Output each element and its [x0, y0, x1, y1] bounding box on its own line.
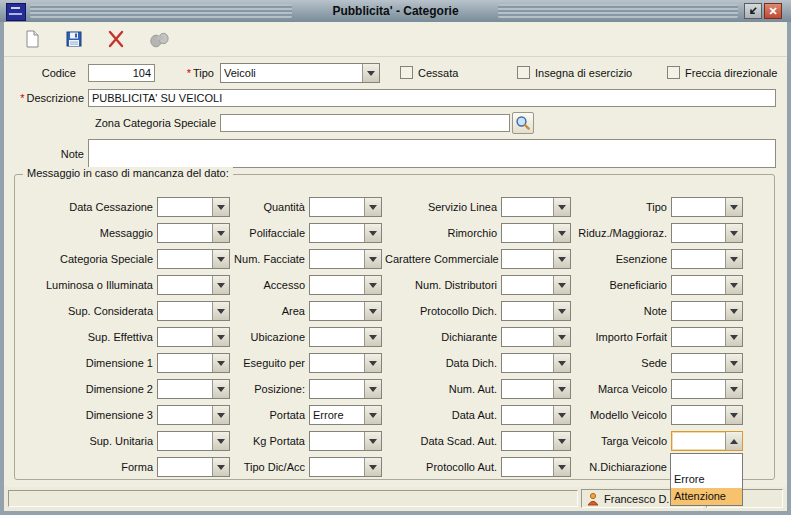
combo-protocollo-aut[interactable] — [501, 457, 571, 477]
save-button[interactable] — [61, 26, 87, 52]
combo-targa-veicolo[interactable] — [671, 431, 743, 451]
combo-value-sup-unitaria — [158, 432, 212, 450]
combo-arrow-button-tipo[interactable] — [725, 198, 742, 216]
field-label-modello-veicolo: Modello Veicolo — [567, 405, 667, 425]
combo-arrow-button-modello-veicolo[interactable] — [725, 406, 742, 424]
popup-option-attenzione[interactable]: Attenzione — [671, 488, 742, 505]
field-label-data-dich: Data Dich. — [385, 353, 497, 373]
combo-polifacciale[interactable] — [309, 223, 382, 243]
codice-field[interactable]: 104 — [88, 64, 155, 82]
combo-importo-forfait[interactable] — [671, 327, 743, 347]
zona-categoria-speciale-field[interactable] — [220, 114, 510, 132]
combo-arrow-button-accesso[interactable] — [364, 276, 381, 294]
combo-kg-portata[interactable] — [309, 431, 382, 451]
combo-tipo-arrow[interactable] — [362, 64, 379, 82]
combo-value-num-facciate — [310, 250, 364, 268]
combo-rimorchio[interactable] — [501, 223, 571, 243]
combo-value-forma — [158, 458, 212, 476]
field-label-n-dichiarazione: N.Dichiarazione — [567, 457, 667, 477]
magnifier-icon — [515, 115, 531, 131]
combo-data-scad-aut[interactable] — [501, 431, 571, 451]
combo-sede[interactable] — [671, 353, 743, 373]
grid-row: MessaggioPolifaccialeRimorchioRiduz./Mag… — [15, 223, 774, 249]
combo-num-distributori[interactable] — [501, 275, 571, 295]
combo-protocollo-dich[interactable] — [501, 301, 571, 321]
combo-arrow-button-eseguito-per[interactable] — [364, 354, 381, 372]
combo-arrow-button-esenzione[interactable] — [725, 250, 742, 268]
popup-option-blank[interactable] — [671, 454, 742, 471]
required-marker: * — [20, 92, 24, 104]
combo-riduz-maggioraz[interactable] — [671, 223, 743, 243]
combo-area[interactable] — [309, 301, 382, 321]
combo-modello-veicolo[interactable] — [671, 405, 743, 425]
combo-arrow-button-targa-veicolo[interactable] — [725, 432, 742, 450]
arrow-down-icon — [369, 231, 377, 236]
arrow-down-icon — [730, 335, 738, 340]
popup-option-errore[interactable]: Errore — [671, 471, 742, 488]
combo-quantit[interactable] — [309, 197, 382, 217]
combo-arrow-button-num-facciate[interactable] — [364, 250, 381, 268]
combo-eseguito-per[interactable] — [309, 353, 382, 373]
combo-arrow-button-sede[interactable] — [725, 354, 742, 372]
combo-servizio-linea[interactable] — [501, 197, 571, 217]
field-label-dimensione-2: Dimensione 2 — [19, 379, 153, 399]
combo-portata[interactable]: Errore — [309, 405, 382, 425]
arrow-down-icon — [558, 309, 566, 314]
field-label-portata: Portata — [215, 405, 305, 425]
field-label-area: Area — [215, 301, 305, 321]
field-label-dimensione-3: Dimensione 3 — [19, 405, 153, 425]
combo-arrow-button-note[interactable] — [725, 302, 742, 320]
combo-beneficiario[interactable] — [671, 275, 743, 295]
combo-num-aut[interactable] — [501, 379, 571, 399]
zona-search-button[interactable] — [512, 112, 534, 134]
checkbox-cessata-label: Cessata — [418, 65, 458, 81]
checkbox-insegna-di-esercizio[interactable] — [517, 66, 530, 79]
combo-arrow-button-beneficiario[interactable] — [725, 276, 742, 294]
statusbar-user-name: Francesco D... — [604, 493, 676, 505]
combo-arrow-button-polifacciale[interactable] — [364, 224, 381, 242]
restore-button[interactable] — [744, 3, 762, 19]
combo-arrow-button-marca-veicolo[interactable] — [725, 380, 742, 398]
descrizione-field[interactable]: PUBBLICITA' SU VEICOLI — [88, 89, 776, 107]
combo-tipo-categoria[interactable]: Veicoli — [220, 63, 380, 83]
combo-value-sede — [672, 354, 725, 372]
combo-marca-veicolo[interactable] — [671, 379, 743, 399]
combo-tipo[interactable] — [671, 197, 743, 217]
combo-arrow-button-portata[interactable] — [364, 406, 381, 424]
combo-arrow-button-area[interactable] — [364, 302, 381, 320]
combo-arrow-button-riduz-maggioraz[interactable] — [725, 224, 742, 242]
checkbox-cessata[interactable] — [400, 66, 413, 79]
combo-arrow-button-quantit[interactable] — [364, 198, 381, 216]
field-label-esenzione: Esenzione — [567, 249, 667, 269]
combo-arrow-button-importo-forfait[interactable] — [725, 328, 742, 346]
arrow-down-icon — [558, 361, 566, 366]
form-area: Codice 104 *Tipo Veicoli Cessata Insegna… — [4, 57, 787, 487]
combo-value-luminosa-o-illuminata — [158, 276, 212, 294]
combo-arrow-button-kg-portata[interactable] — [364, 432, 381, 450]
combo-arrow-button-ubicazione[interactable] — [364, 328, 381, 346]
close-button[interactable]: ✕ — [764, 3, 782, 19]
combo-arrow-button-tipo-dic-acc[interactable] — [364, 458, 381, 476]
combo-arrow-button-posizione[interactable] — [364, 380, 381, 398]
field-label-sup-unitaria: Sup. Unitaria — [19, 431, 153, 451]
checkbox-freccia-direzionale[interactable] — [667, 66, 680, 79]
statusbar-message-panel — [8, 490, 578, 507]
combo-posizione[interactable] — [309, 379, 382, 399]
combo-carattere-commerciale[interactable] — [501, 249, 571, 269]
combo-num-facciate[interactable] — [309, 249, 382, 269]
combo-dichiarante[interactable] — [501, 327, 571, 347]
note-field[interactable] — [88, 139, 776, 168]
combo-esenzione[interactable] — [671, 249, 743, 269]
field-label-servizio-linea: Servizio Linea — [385, 197, 497, 217]
arrow-down-icon — [558, 465, 566, 470]
arrow-down-icon — [558, 387, 566, 392]
search-button[interactable] — [146, 26, 172, 52]
combo-tipo-dic-acc[interactable] — [309, 457, 382, 477]
delete-button[interactable] — [103, 26, 129, 52]
combo-ubicazione[interactable] — [309, 327, 382, 347]
new-record-button[interactable] — [19, 26, 45, 52]
combo-data-dich[interactable] — [501, 353, 571, 373]
combo-note[interactable] — [671, 301, 743, 321]
combo-accesso[interactable] — [309, 275, 382, 295]
combo-data-aut[interactable] — [501, 405, 571, 425]
